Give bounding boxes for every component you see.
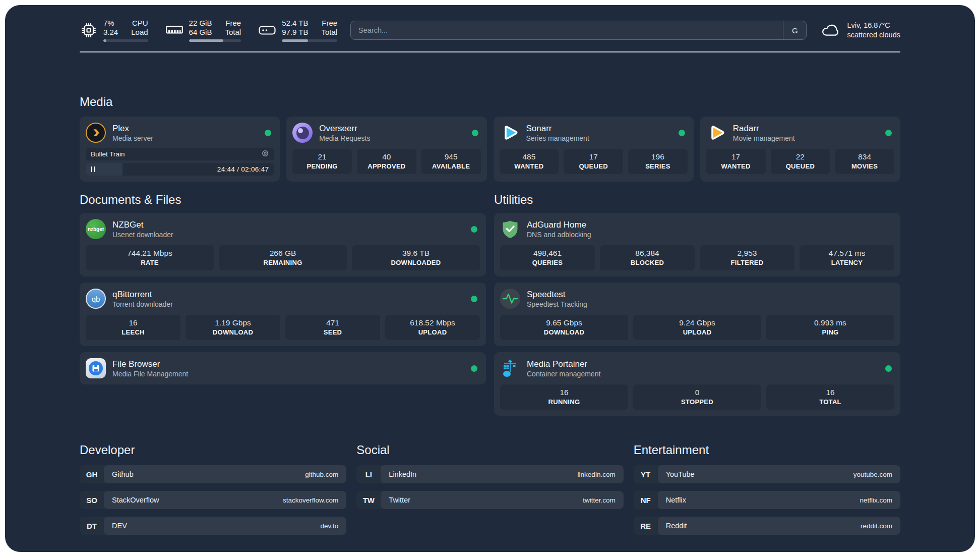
nzbget-status-dot	[471, 226, 477, 233]
adguard-card[interactable]: AdGuard Home DNS and adblocking 498,461Q…	[494, 213, 900, 276]
portainer-subtitle: Container management	[527, 369, 600, 378]
weather-location-temp: Lviv, 16.87°C	[847, 21, 900, 30]
speedtest-card[interactable]: Speedtest Speedtest Tracking 9.65 GbpsDO…	[494, 283, 900, 346]
stat-label: LATENCY	[804, 258, 890, 267]
link-row[interactable]: SOStackOverflowstackoverflow.com	[80, 491, 346, 509]
stat-tile: 266 GBREMAINING	[219, 245, 347, 270]
media-section-title: Media	[80, 95, 900, 109]
plex-icon	[86, 123, 106, 143]
documents-section-title: Documents & Files	[80, 193, 486, 207]
cloud-icon	[820, 22, 841, 38]
stat-value: 16	[770, 387, 890, 398]
stat-label: APPROVED	[361, 162, 412, 171]
stat-tile: 945AVAILABLE	[421, 149, 481, 174]
plex-title: Plex	[112, 123, 153, 134]
memory-progress	[189, 39, 241, 42]
stat-tile: 39.6 TBDOWNLOADED	[352, 245, 480, 270]
stat-tile: 16RUNNING	[500, 384, 628, 410]
stat-tile: 22QUEUED	[771, 149, 830, 174]
storage-total-label: Total	[321, 28, 337, 37]
link-row[interactable]: RERedditreddit.com	[634, 517, 900, 535]
speedtest-icon	[500, 289, 520, 309]
stat-value: 86,384	[604, 248, 691, 258]
stat-value: 21	[296, 152, 348, 162]
stat-tile: 16LEECH	[86, 315, 180, 340]
portainer-icon	[500, 358, 520, 378]
plex-status-dot	[265, 130, 271, 136]
stat-tile: 9.65 GbpsDOWNLOAD	[500, 315, 628, 340]
filebrowser-icon	[86, 358, 106, 378]
sonarr-card[interactable]: Sonarr Series management 485WANTED17QUEU…	[494, 117, 694, 182]
link-body: Netflixnetflix.com	[658, 491, 900, 509]
cpu-progress	[103, 39, 148, 42]
filebrowser-title: File Browser	[112, 359, 188, 369]
header-divider	[80, 51, 900, 52]
stat-label: SEED	[289, 328, 376, 337]
sonarr-status-dot	[679, 130, 685, 136]
cpu-label: CPU	[131, 19, 148, 28]
filebrowser-status-dot	[471, 365, 477, 372]
stat-label: PING	[770, 328, 890, 337]
link-row[interactable]: NFNetflixnetflix.com	[634, 491, 900, 509]
stat-value: 744.21 Mbps	[90, 248, 210, 258]
link-row[interactable]: DTDEVdev.to	[80, 517, 346, 535]
memory-free-value: 22 GiB	[189, 19, 212, 28]
stat-value: 22	[775, 152, 826, 162]
cpu-stat: 7% 3.24 CPU Load	[80, 19, 148, 42]
search-engine-button[interactable]: G	[783, 21, 806, 39]
stat-tile: 471SEED	[285, 315, 380, 340]
sonarr-subtitle: Series management	[526, 134, 589, 143]
stat-tile: 17WANTED	[706, 149, 766, 174]
plex-card[interactable]: Plex Media server Bullet Train	[80, 117, 280, 182]
link-row[interactable]: TWTwittertwitter.com	[356, 491, 623, 509]
cpu-usage: 7%	[103, 19, 118, 28]
stat-tile: 9.24 GbpsUPLOAD	[633, 315, 761, 340]
link-row[interactable]: LILinkedInlinkedin.com	[356, 465, 623, 483]
utilities-section-title: Utilities	[494, 193, 900, 207]
link-row[interactable]: YTYouTubeyoutube.com	[634, 465, 900, 483]
stat-label: MOVIES	[839, 162, 890, 171]
link-url: twitter.com	[583, 496, 616, 504]
storage-icon	[258, 21, 276, 39]
storage-stat: 52.4 TB 97.9 TB Free Total	[258, 19, 337, 42]
memory-icon	[165, 21, 183, 39]
pause-icon[interactable]	[91, 166, 95, 172]
nzbget-title: NZBGet	[112, 219, 173, 230]
stat-label: TOTAL	[770, 398, 890, 406]
portainer-card[interactable]: Media Portainer Container management 16R…	[494, 352, 900, 416]
link-body: Twittertwitter.com	[381, 491, 623, 509]
stat-tile: 744.21 MbpsRATE	[86, 245, 214, 270]
social-section-title: Social	[356, 443, 623, 457]
stat-value: 618.52 Mbps	[389, 318, 476, 328]
storage-progress	[282, 39, 337, 42]
overseerr-card[interactable]: Overseerr Media Requests 21PENDING40APPR…	[286, 117, 486, 182]
search-input[interactable]	[351, 21, 783, 39]
stat-value: 16	[504, 387, 624, 398]
portainer-status-dot	[885, 365, 892, 372]
utilities-column: Utilities AdGuard Home DNS and adblocki	[494, 193, 900, 416]
target-icon[interactable]	[262, 150, 269, 158]
stat-label: UPLOAD	[637, 328, 757, 337]
portainer-title: Media Portainer	[527, 359, 600, 369]
overseerr-status-dot	[472, 130, 478, 136]
overseerr-title: Overseerr	[319, 123, 370, 134]
stat-label: REMAINING	[223, 258, 343, 267]
stat-tile: 16TOTAL	[766, 384, 894, 410]
radarr-card[interactable]: Radarr Movie management 17WANTED22QUEUED…	[700, 117, 900, 182]
radarr-title: Radarr	[733, 123, 795, 134]
link-url: stackoverflow.com	[283, 496, 338, 504]
filebrowser-card[interactable]: File Browser Media File Management	[80, 352, 486, 384]
developer-section-title: Developer	[80, 443, 346, 457]
nzbget-card[interactable]: nzbget NZBGet Usenet downloader 744.21 M…	[80, 213, 486, 276]
link-name: StackOverflow	[112, 496, 159, 504]
speedtest-subtitle: Speedtest Tracking	[527, 300, 587, 309]
qbittorrent-card[interactable]: qb qBittorrent Torrent downloader 16LEEC…	[80, 283, 486, 346]
link-row[interactable]: GHGithubgithub.com	[80, 465, 346, 483]
link-url: github.com	[305, 471, 338, 478]
playback-progress-bar[interactable]: 24:44 / 02:06:47	[86, 163, 274, 176]
stat-value: 40	[361, 152, 412, 162]
storage-total-value: 97.9 TB	[282, 28, 308, 37]
stat-value: 16	[90, 318, 176, 328]
stat-tile: 834MOVIES	[835, 149, 894, 174]
stat-tile: 0.993 msPING	[766, 315, 894, 340]
